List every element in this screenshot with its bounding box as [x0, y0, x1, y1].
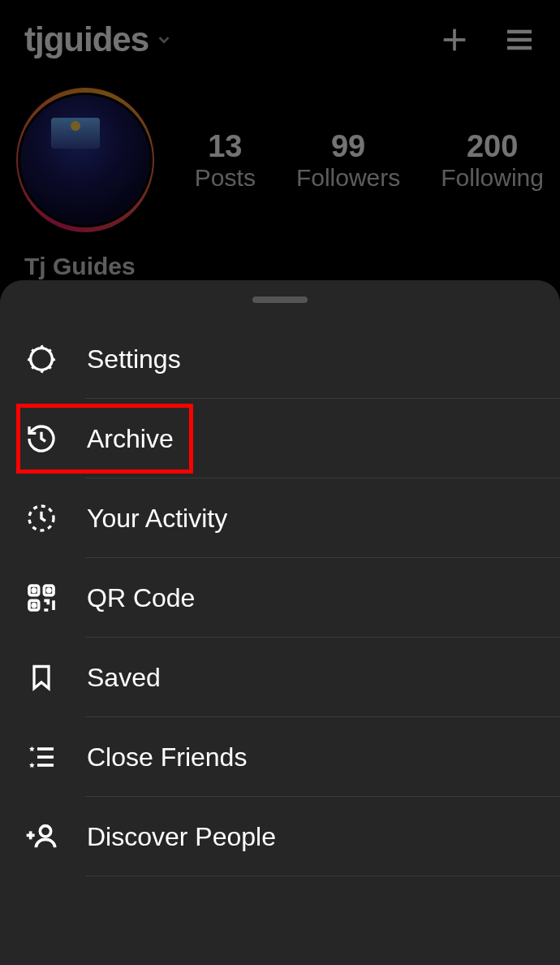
username: tjguides	[24, 20, 149, 59]
menu-item-label: QR Code	[87, 583, 195, 613]
menu-item-label: Saved	[87, 663, 161, 693]
menu-item-discover-people[interactable]: Discover People	[0, 797, 560, 876]
menu-item-archive[interactable]: Archive	[0, 399, 560, 478]
profile-header: tjguides	[0, 0, 560, 80]
discover-people-icon	[24, 820, 58, 854]
menu-item-label: Close Friends	[87, 742, 247, 772]
menu-item-qr-code[interactable]: QR Code	[0, 558, 560, 638]
svg-point-16	[40, 826, 50, 837]
stat-posts[interactable]: 13 Posts	[195, 129, 256, 192]
qr-code-icon	[24, 581, 58, 615]
sheet-grabber[interactable]	[252, 296, 308, 303]
stat-following[interactable]: 200 Following	[441, 129, 544, 192]
chevron-down-icon	[155, 31, 173, 49]
settings-icon	[24, 342, 58, 376]
username-switcher[interactable]: tjguides	[24, 20, 173, 59]
close-friends-icon	[24, 740, 58, 774]
menu-item-label: Archive	[87, 424, 174, 454]
menu-bottom-sheet: Settings Archive Your Activity	[0, 280, 560, 965]
menu-item-label: Settings	[87, 344, 181, 374]
hamburger-menu-icon[interactable]	[503, 24, 536, 56]
menu-item-settings[interactable]: Settings	[0, 319, 560, 399]
menu-item-your-activity[interactable]: Your Activity	[0, 478, 560, 558]
menu-item-close-friends[interactable]: Close Friends	[0, 717, 560, 797]
stat-following-label: Following	[441, 164, 544, 192]
stat-followers[interactable]: 99 Followers	[296, 129, 400, 192]
profile-row: 13 Posts 99 Followers 200 Following	[0, 80, 560, 240]
stat-following-count: 200	[441, 129, 544, 164]
saved-icon	[24, 660, 58, 695]
svg-point-11	[48, 589, 50, 591]
avatar-story-ring[interactable]	[16, 88, 154, 232]
svg-point-10	[32, 589, 35, 591]
create-icon[interactable]	[438, 24, 471, 56]
avatar	[18, 93, 153, 227]
menu-item-label: Your Activity	[87, 504, 227, 534]
stat-posts-count: 13	[195, 129, 256, 164]
activity-icon	[24, 501, 58, 535]
svg-point-12	[32, 604, 35, 607]
stat-posts-label: Posts	[195, 164, 256, 192]
menu-item-label: Discover People	[87, 822, 276, 852]
stat-followers-count: 99	[296, 129, 400, 164]
menu-item-saved[interactable]: Saved	[0, 638, 560, 717]
stat-followers-label: Followers	[296, 164, 400, 192]
archive-icon	[24, 422, 58, 456]
